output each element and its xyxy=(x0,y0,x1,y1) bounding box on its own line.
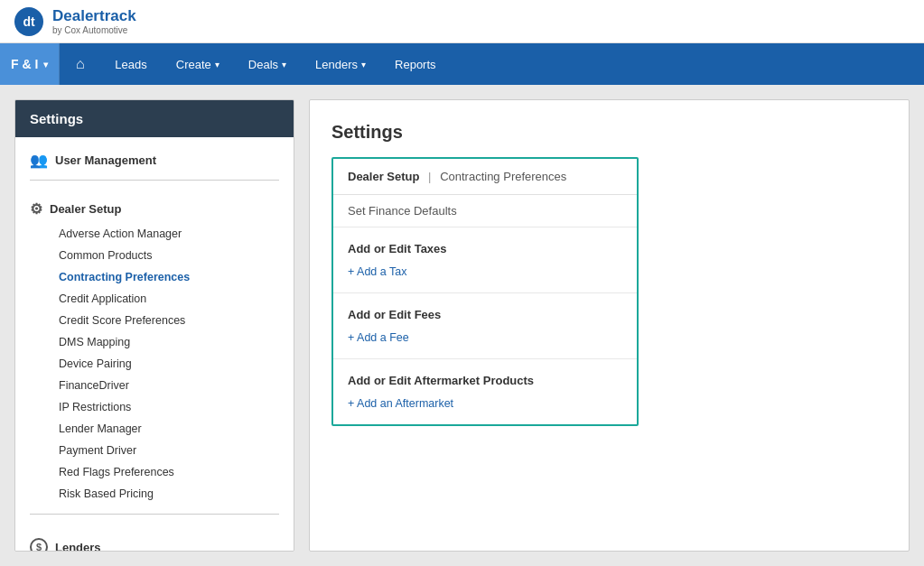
nav-lenders[interactable]: Lenders ▾ xyxy=(301,43,380,85)
card-separator: | xyxy=(428,170,431,183)
sidebar-item-lender-manager[interactable]: Lender Manager xyxy=(30,418,279,440)
sidebar-item-user-management[interactable]: 👥 User Management xyxy=(30,146,279,174)
add-fee-link[interactable]: + Add a Fee xyxy=(348,331,409,344)
nav-create-label: Create xyxy=(176,58,211,71)
nav-deals-chevron-icon: ▾ xyxy=(282,60,286,70)
nav-lenders-chevron-icon: ▾ xyxy=(361,60,366,70)
logo-bar: dt Dealertrack by Cox Automotive xyxy=(0,0,924,43)
nav-bar: F & I ▾ ⌂ Leads Create ▾ Deals ▾ Lenders… xyxy=(0,43,924,85)
logo-icon: dt xyxy=(14,7,43,36)
home-icon: ⌂ xyxy=(76,56,85,72)
sidebar-item-payment-driver[interactable]: Payment Driver xyxy=(30,440,279,461)
sidebar-header: Settings xyxy=(15,100,294,137)
sidebar-item-finance-driver[interactable]: FinanceDriver xyxy=(30,375,279,396)
nav-deals[interactable]: Deals ▾ xyxy=(234,43,301,85)
sidebar-divider-1 xyxy=(30,180,279,181)
card-section-name: Dealer Setup xyxy=(348,170,419,183)
dollar-icon: $ xyxy=(30,538,48,552)
lenders-label: Lenders xyxy=(55,541,101,552)
fni-dropdown[interactable]: F & I ▾ xyxy=(0,43,59,85)
sidebar-item-adverse-action[interactable]: Adverse Action Manager xyxy=(30,223,279,245)
add-aftermarket-link[interactable]: + Add an Aftermarket xyxy=(348,397,453,410)
sidebar-divider-2 xyxy=(30,514,279,515)
dealer-setup-label: Dealer Setup xyxy=(50,202,121,216)
nav-create[interactable]: Create ▾ xyxy=(162,43,234,85)
nav-deals-label: Deals xyxy=(248,58,278,71)
fees-title: Add or Edit Fees xyxy=(348,308,622,321)
aftermarket-section: Add or Edit Aftermarket Products + Add a… xyxy=(333,359,637,424)
fni-chevron-icon: ▾ xyxy=(43,60,48,70)
nav-lenders-label: Lenders xyxy=(315,58,358,71)
nav-leads[interactable]: Leads xyxy=(100,43,161,85)
fni-label: F & I xyxy=(11,57,38,71)
set-finance-label: Set Finance Defaults xyxy=(333,195,637,227)
sidebar-item-dms-mapping[interactable]: DMS Mapping xyxy=(30,331,279,353)
nav-create-chevron-icon: ▾ xyxy=(215,60,219,70)
sidebar-item-risk-based-pricing[interactable]: Risk Based Pricing xyxy=(30,483,279,505)
sidebar-item-credit-application[interactable]: Credit Application xyxy=(30,288,279,310)
nav-leads-label: Leads xyxy=(115,58,146,71)
dealer-setup-items: Adverse Action Manager Common Products C… xyxy=(30,223,279,505)
brand-sub: by Cox Automotive xyxy=(52,25,136,35)
add-tax-link[interactable]: + Add a Tax xyxy=(348,265,406,278)
sidebar-item-common-products[interactable]: Common Products xyxy=(30,245,279,266)
sidebar-item-dealer-setup[interactable]: ⚙ Dealer Setup xyxy=(30,195,279,223)
users-icon: 👥 xyxy=(30,152,48,169)
brand-name: Dealertrack xyxy=(52,7,136,25)
content-panel: Settings Dealer Setup | Contracting Pref… xyxy=(309,99,910,552)
user-management-label: User Management xyxy=(55,153,156,167)
sidebar-item-ip-restrictions[interactable]: IP Restrictions xyxy=(30,396,279,418)
gear-icon: ⚙ xyxy=(30,200,42,218)
sidebar-item-red-flags[interactable]: Red Flags Preferences xyxy=(30,461,279,483)
sidebar-item-credit-score-preferences[interactable]: Credit Score Preferences xyxy=(30,310,279,331)
aftermarket-title: Add or Edit Aftermarket Products xyxy=(348,374,622,387)
sidebar: Settings 👥 User Management ⚙ Dealer Setu… xyxy=(14,99,294,552)
nav-reports-label: Reports xyxy=(395,58,436,71)
card-header: Dealer Setup | Contracting Preferences xyxy=(333,159,637,195)
fees-section: Add or Edit Fees + Add a Fee xyxy=(333,293,637,359)
taxes-title: Add or Edit Taxes xyxy=(348,242,622,255)
card-sub-section: Contracting Preferences xyxy=(440,170,566,183)
logo-text: Dealertrack by Cox Automotive xyxy=(52,7,136,35)
sidebar-item-device-pairing[interactable]: Device Pairing xyxy=(30,353,279,375)
home-button[interactable]: ⌂ xyxy=(59,43,100,85)
main-wrapper: Settings 👥 User Management ⚙ Dealer Setu… xyxy=(0,85,924,566)
settings-card: Dealer Setup | Contracting Preferences S… xyxy=(331,157,639,426)
nav-reports[interactable]: Reports xyxy=(380,43,451,85)
taxes-section: Add or Edit Taxes + Add a Tax xyxy=(333,227,637,293)
sidebar-user-management-section: 👥 User Management xyxy=(15,137,294,195)
sidebar-item-lenders[interactable]: $ Lenders xyxy=(15,529,294,552)
page-title: Settings xyxy=(331,122,887,143)
sidebar-dealer-setup-section: ⚙ Dealer Setup Adverse Action Manager Co… xyxy=(15,195,294,529)
sidebar-item-contracting-preferences[interactable]: Contracting Preferences xyxy=(30,266,279,288)
